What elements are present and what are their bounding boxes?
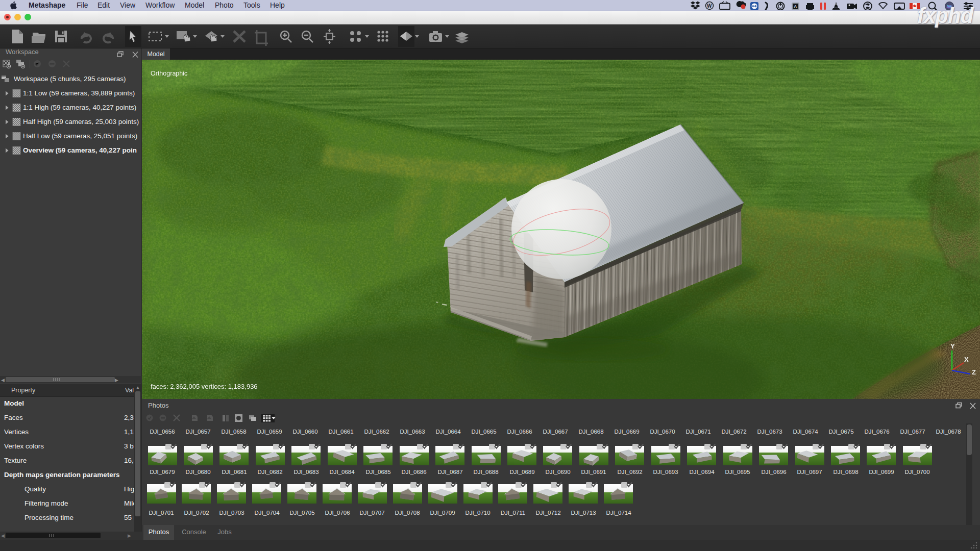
svg-text:Z: Z — [972, 368, 976, 376]
svg-text:W: W — [707, 3, 712, 9]
svg-text:X: X — [964, 356, 969, 363]
svg-text:Orthographic: Orthographic — [151, 70, 187, 77]
svg-text:faces: 2,362,005 vertices: 1,1: faces: 2,362,005 vertices: 1,183,936 — [151, 383, 258, 390]
svg-text:A: A — [794, 4, 797, 9]
svg-text:Y: Y — [950, 342, 955, 350]
